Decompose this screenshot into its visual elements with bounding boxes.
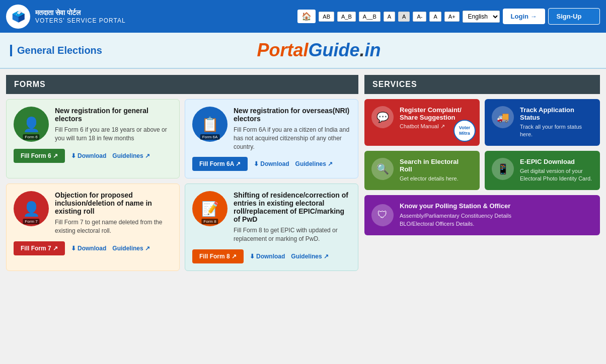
guidelines-form6-button[interactable]: Guidelines ↗ — [112, 152, 150, 159]
logo-hindi: मतदाता सेवा पोर्टल — [35, 9, 126, 17]
eepic-desc: Get digital version of your Electoral Ph… — [520, 167, 593, 183]
form6-info: New registration for general electors Fi… — [55, 107, 172, 143]
form7-title: Objection for proposed inclusion/deletio… — [55, 191, 172, 215]
login-button[interactable]: Login → — [503, 9, 545, 24]
logo-text: मतदाता सेवा पोर्टल VOTERS' SERVICE PORTA… — [35, 9, 126, 24]
forms-section: FORMS 👤 Form 6 New registration for gene… — [6, 75, 358, 271]
service-card-eepic[interactable]: 📱 E-EPIC Download Get digital version of… — [485, 151, 600, 190]
eepic-title: E-EPIC Download — [520, 158, 593, 165]
form7-top: 👤 Form 7 Objection for proposed inclusio… — [14, 191, 172, 235]
polling-desc2: BLO/Electoral Officers Details. — [400, 220, 511, 228]
font-btn-a-b[interactable]: A_B — [337, 12, 356, 22]
fill-form6-button[interactable]: Fill Form 6 ↗ — [14, 149, 65, 163]
polling-info: Know your Polling Station & Officer Asse… — [400, 202, 511, 228]
complaint-icon: 💬 — [371, 106, 394, 128]
in-text: in — [365, 40, 381, 60]
form6-top: 👤 Form 6 New registration for general el… — [14, 107, 172, 143]
dot-text: . — [360, 40, 365, 60]
services-section: SERVICES 💬 Register Complaint/ Share Sug… — [364, 75, 600, 271]
form6a-badge: Form 6A — [200, 134, 220, 140]
form8-icon: 📝 Form 8 — [192, 191, 228, 226]
services-section-header: SERVICES — [364, 75, 600, 94]
eepic-info: E-EPIC Download Get digital version of y… — [520, 158, 593, 183]
font-btn-a-plus[interactable]: A+ — [444, 12, 460, 22]
track-icon: 🚚 — [492, 106, 514, 128]
forms-section-header: FORMS — [6, 75, 358, 94]
form7-info: Objection for proposed inclusion/deletio… — [55, 191, 172, 235]
logo-icon: 🗳️ — [6, 5, 30, 29]
logo-english: VOTERS' SERVICE PORTAL — [35, 17, 126, 24]
form6-desc: Fill Form 6 if you are 18 years or above… — [55, 126, 172, 143]
form7-actions: Fill Form 7 ↗ ⬇ Download Guidelines ↗ — [14, 241, 172, 255]
form-card-6: 👤 Form 6 New registration for general el… — [6, 99, 180, 178]
service-card-complaint[interactable]: 💬 Register Complaint/ Share Suggestion C… — [364, 99, 480, 146]
font-btn-a--b[interactable]: A__B — [359, 12, 381, 22]
font-btn-a3[interactable]: A — [429, 12, 441, 22]
download-form6a-button[interactable]: ⬇ Download — [254, 160, 289, 167]
home-button[interactable]: 🏠 — [297, 10, 316, 23]
form6-actions: Fill Form 6 ↗ ⬇ Download Guidelines ↗ — [14, 149, 172, 163]
portal-text: Portal — [257, 40, 308, 60]
font-btn-a-minus[interactable]: A- — [413, 12, 426, 22]
form8-info: Shifting of residence/correction of entr… — [234, 191, 351, 243]
guidelines-form7-button[interactable]: Guidelines ↗ — [112, 245, 150, 252]
download-form7-button[interactable]: ⬇ Download — [71, 245, 106, 252]
top-nav-right: 🏠 AB A_B A__B A A A- A A+ English हिंदी … — [297, 8, 600, 25]
form8-title: Shifting of residence/correction of entr… — [234, 191, 351, 223]
chatbot-badge: VoterMitra — [453, 120, 476, 142]
form6a-actions: Fill Form 6A ↗ ⬇ Download Guidelines ↗ — [192, 157, 351, 171]
guidelines-form6a-button[interactable]: Guidelines ↗ — [295, 160, 333, 167]
polling-desc1: Assembly/Parliamentary Constituency Deta… — [400, 212, 511, 220]
fill-form6a-button[interactable]: Fill Form 6A ↗ — [192, 157, 248, 171]
banner: General Elections PortalGuide.in — [0, 33, 606, 69]
general-elections-title: General Elections — [10, 45, 102, 56]
service-card-search[interactable]: 🔍 Search in Electoral Roll Get elector d… — [364, 151, 480, 190]
services-grid: 💬 Register Complaint/ Share Suggestion C… — [364, 99, 600, 235]
track-info: Track Application Status Track all your … — [520, 106, 593, 139]
guidelines-form8-button[interactable]: Guidelines ↗ — [291, 253, 329, 260]
form6a-desc: Fill Form 6A if you are a citizen of Ind… — [234, 126, 351, 151]
font-btn-a2[interactable]: A — [398, 12, 410, 22]
form8-badge: Form 8 — [201, 219, 218, 224]
polling-title: Know your Polling Station & Officer — [400, 202, 511, 210]
form7-badge: Form 7 — [23, 219, 39, 224]
download-form6-button[interactable]: ⬇ Download — [71, 152, 106, 159]
guide-text: Guide — [308, 40, 359, 60]
form6a-top: 📋 Form 6A New registration for overseas(… — [192, 107, 351, 151]
top-navigation: 🗳️ मतदाता सेवा पोर्टल VOTERS' SERVICE PO… — [0, 0, 606, 33]
form6a-title: New registration for overseas(NRI) elect… — [234, 107, 351, 123]
download-form8-button[interactable]: ⬇ Download — [250, 253, 285, 260]
font-btn-ab[interactable]: AB — [319, 12, 334, 22]
font-btn-a1[interactable]: A — [384, 12, 395, 22]
logo-area: 🗳️ मतदाता सेवा पोर्टल VOTERS' SERVICE PO… — [6, 5, 126, 29]
polling-icon: 🛡 — [371, 204, 394, 226]
form7-icon: 👤 Form 7 — [14, 191, 49, 226]
form6a-info: New registration for overseas(NRI) elect… — [234, 107, 351, 151]
polling-content: 🛡 Know your Polling Station & Officer As… — [371, 202, 593, 228]
track-title: Track Application Status — [520, 106, 593, 121]
form8-actions: Fill Form 8 ↗ ⬇ Download Guidelines ↗ — [192, 249, 351, 263]
form7-desc: Fill Form 7 to get name deleted from the… — [55, 218, 172, 235]
search-desc: Get elector details here. — [400, 175, 473, 183]
form8-desc: Fill Form 8 to get EPIC with updated or … — [234, 226, 351, 243]
eepic-icon: 📱 — [492, 158, 514, 180]
form6a-icon: 📋 Form 6A — [192, 107, 228, 142]
form-card-6a: 📋 Form 6A New registration for overseas(… — [185, 99, 358, 178]
forms-grid: 👤 Form 6 New registration for general el… — [6, 99, 358, 271]
portal-guide-logo: PortalGuide.in — [257, 40, 381, 61]
complaint-title: Register Complaint/ Share Suggestion — [400, 106, 473, 121]
form6-icon: 👤 Form 6 — [14, 107, 49, 142]
signup-button[interactable]: Sign-Up 👤 — [548, 8, 600, 25]
track-desc: Track all your form status here. — [520, 123, 593, 139]
fill-form8-button[interactable]: Fill Form 8 ↗ — [192, 249, 244, 263]
fill-form7-button[interactable]: Fill Form 7 ↗ — [14, 241, 65, 255]
service-card-track[interactable]: 🚚 Track Application Status Track all you… — [485, 99, 600, 146]
language-select[interactable]: English हिंदी — [463, 11, 500, 23]
form-card-7: 👤 Form 7 Objection for proposed inclusio… — [6, 184, 180, 271]
search-title: Search in Electoral Roll — [400, 158, 473, 173]
search-info: Search in Electoral Roll Get elector det… — [400, 158, 473, 183]
form6-title: New registration for general electors — [55, 107, 172, 123]
service-card-polling[interactable]: 🛡 Know your Polling Station & Officer As… — [364, 195, 600, 235]
search-icon: 🔍 — [371, 158, 394, 180]
main-content: FORMS 👤 Form 6 New registration for gene… — [0, 69, 606, 277]
